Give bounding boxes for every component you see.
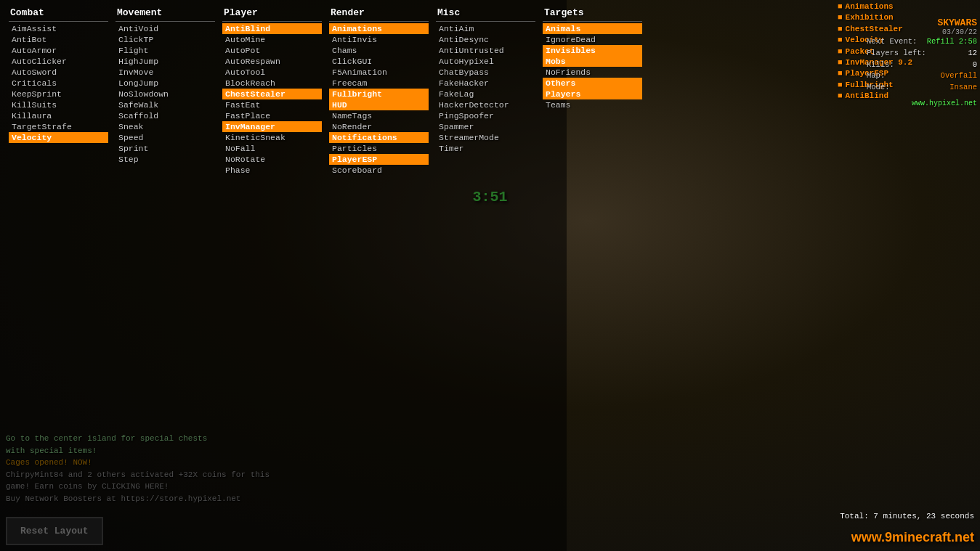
menu-item-animals[interactable]: Animals [543,23,642,34]
menu-item-freecam[interactable]: Freecam [329,78,429,89]
menu-item-sneak[interactable]: Sneak [116,121,215,132]
menu-item-sprint[interactable]: Sprint [116,143,215,154]
menu-item-players[interactable]: Players [543,89,642,99]
menu-item-nametags[interactable]: NameTags [329,110,429,121]
menu-item-fasteat[interactable]: FastEat [222,99,322,110]
menu-item-antivoid[interactable]: AntiVoid [116,23,215,34]
menu-item-killaura[interactable]: Killaura [9,110,108,121]
menu-item-invisibles[interactable]: Invisibles [543,45,642,56]
menu-item-autohypixel[interactable]: AutoHypixel [436,56,535,67]
menu-item-playeresp[interactable]: PlayerESP [329,154,429,165]
menu-item-hackerdetector[interactable]: HackerDetector [436,99,535,110]
menu-item-criticals[interactable]: Criticals [9,78,108,89]
menu-item-antiaim[interactable]: AntiAim [436,23,535,34]
menu-item-step[interactable]: Step [116,154,215,165]
menu-item-phase[interactable]: Phase [222,165,322,176]
menu-item-kineticsneak[interactable]: KineticSneak [222,132,322,143]
menu-item-longjump[interactable]: LongJump [116,78,215,89]
menu-item-killsuits[interactable]: KillSuits [9,99,108,110]
menu-item-noslowdown[interactable]: NoSlowdown [116,89,215,99]
menu-item-notifications[interactable]: Notifications [329,132,429,143]
menu-item-antiinvis[interactable]: AntiInvis [329,34,429,45]
menu-item-autorespawn[interactable]: AutoRespawn [222,56,322,67]
menu-item-hud[interactable]: HUD [329,99,429,110]
menu-item-targetstrafe[interactable]: TargetStrafe [9,121,108,132]
menu-column-movement: MovementAntiVoidClickTPFlightHighJumpInv… [113,6,218,176]
menu-column-combat: CombatAimAssistAntiBotAutoArmorAutoClick… [6,6,111,176]
menu-item-autoarmor[interactable]: AutoArmor [9,45,108,56]
menu-item-scaffold[interactable]: Scaffold [116,110,215,121]
column-header-combat: Combat [9,6,108,22]
menu-item-mobs[interactable]: Mobs [543,56,642,67]
menu-item-streamermode[interactable]: StreamerMode [436,132,535,143]
menu-item-pingspoofer[interactable]: PingSpoofer [436,110,535,121]
menu-item-teams[interactable]: Teams [543,99,642,110]
menu-item-clickgui[interactable]: ClickGUI [329,56,429,67]
menu-item-blockreach[interactable]: BlockReach [222,78,322,89]
menu-item-clicktp[interactable]: ClickTP [116,34,215,45]
column-header-render: Render [329,6,429,22]
menu-item-flight[interactable]: Flight [116,45,215,56]
menu-item-antiuntrusted[interactable]: AntiUntrusted [436,45,535,56]
menu-item-antiblind[interactable]: AntiBlind [222,23,322,34]
menu-item-chatbypass[interactable]: ChatBypass [436,67,535,78]
menu-item-scoreboard[interactable]: Scoreboard [329,165,429,176]
menu-item-safewalk[interactable]: SafeWalk [116,99,215,110]
menu-item-cheststealer[interactable]: ChestStealer [222,89,322,99]
menu-item-particles[interactable]: Particles [329,143,429,154]
menu-item-chams[interactable]: Chams [329,45,429,56]
menu-column-misc: MiscAntiAimAntiDesyncAntiUntrustedAutoHy… [433,6,538,176]
menu-item-others[interactable]: Others [543,78,642,89]
menu-item-animations[interactable]: Animations [329,23,429,34]
menu-item-autosword[interactable]: AutoSword [9,67,108,78]
menu-item-fakehacker[interactable]: FakeHacker [436,78,535,89]
menu-item-keepsprint[interactable]: KeepSprint [9,89,108,99]
menu-item-norender[interactable]: NoRender [329,121,429,132]
all-menu-columns: CombatAimAssistAntiBotAutoArmorAutoClick… [3,3,648,179]
column-header-movement: Movement [116,6,215,22]
menu-item-fakelag[interactable]: FakeLag [436,89,535,99]
menu-item-norotate[interactable]: NoRotate [222,154,322,165]
menu-item-invmove[interactable]: InvMove [116,67,215,78]
menu-item-autopot[interactable]: AutoPot [222,45,322,56]
menu-item-invmanager[interactable]: InvManager [222,121,322,132]
menu-item-antibot[interactable]: AntiBot [9,34,108,45]
menu-item-velocity[interactable]: Velocity [9,132,108,143]
menu-item-f5animation[interactable]: F5Animation [329,67,429,78]
menu-item-autotool[interactable]: AutoTool [222,67,322,78]
menu-item-ignoredead[interactable]: IgnoreDead [543,34,642,45]
menu-item-nofriends[interactable]: NoFriends [543,67,642,78]
menu-item-speed[interactable]: Speed [116,132,215,143]
menu-column-render: RenderAnimationsAntiInvisChamsClickGUIF5… [326,6,432,176]
menu-item-antidesync[interactable]: AntiDesync [436,34,535,45]
menu-item-timer[interactable]: Timer [436,143,535,154]
menu-item-aimassist[interactable]: AimAssist [9,23,108,34]
column-header-misc: Misc [436,6,535,22]
menu-item-highjump[interactable]: HighJump [116,56,215,67]
menu-column-targets: TargetsAnimalsIgnoreDeadInvisiblesMobsNo… [540,6,645,176]
menu-item-autoclicker[interactable]: AutoClicker [9,56,108,67]
menu-item-spammer[interactable]: Spammer [436,121,535,132]
menu-item-fullbright[interactable]: Fullbright [329,89,429,99]
column-header-player: Player [222,6,322,22]
menu-item-automine[interactable]: AutoMine [222,34,322,45]
menu-bar: CombatAimAssistAntiBotAutoArmorAutoClick… [0,0,980,179]
menu-item-nofall[interactable]: NoFall [222,143,322,154]
column-header-targets: Targets [543,6,642,22]
menu-column-player: PlayerAntiBlindAutoMineAutoPotAutoRespaw… [219,6,325,176]
menu-item-fastplace[interactable]: FastPlace [222,110,322,121]
